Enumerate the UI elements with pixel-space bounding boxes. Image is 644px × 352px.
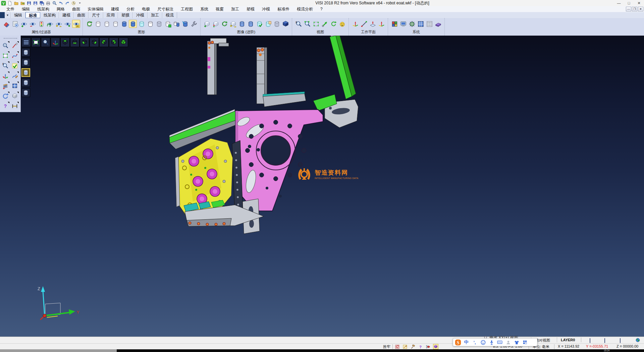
fit-view-icon[interactable] <box>1 51 10 60</box>
render-filter-icon[interactable] <box>212 20 220 28</box>
taskbar-app-button[interactable] <box>0 349 117 352</box>
menu-item-9[interactable]: 电极 <box>138 6 154 12</box>
minimize-button[interactable]: — <box>614 0 624 6</box>
refresh-render-icon[interactable] <box>220 20 228 28</box>
mesh-style-icon[interactable] <box>155 20 163 28</box>
toolbar-grip[interactable] <box>4 38 17 40</box>
system-snap-icon[interactable] <box>425 20 433 28</box>
solid-view-icon[interactable] <box>281 20 289 28</box>
shaded-style-icon[interactable] <box>120 20 128 28</box>
edit-curve-icon[interactable] <box>10 71 19 80</box>
tab-8[interactable]: 塑膜 <box>118 12 133 18</box>
zoom-in-out-icon[interactable]: ± <box>294 20 303 28</box>
build-tool-icon[interactable] <box>410 344 415 349</box>
menu-item-1[interactable]: 文件 <box>3 6 18 12</box>
display-mode-1[interactable] <box>21 48 30 57</box>
history-icon[interactable] <box>71 0 76 6</box>
system-grid-icon[interactable] <box>417 20 425 28</box>
print-icon[interactable] <box>45 0 51 6</box>
workplane-normal-icon[interactable] <box>369 20 377 28</box>
redo-icon[interactable] <box>64 0 70 6</box>
ime-person-icon[interactable] <box>505 339 512 346</box>
tab-1[interactable]: 编辑 <box>11 12 25 18</box>
menu-item-15[interactable]: 塑模 <box>243 6 258 12</box>
open-file-icon[interactable] <box>13 0 19 6</box>
copy-style-icon[interactable] <box>172 20 180 28</box>
sogou-logo-icon[interactable]: S <box>454 339 461 346</box>
quick-access-dropdown[interactable] <box>77 0 83 6</box>
zoom-window-icon[interactable] <box>303 20 311 28</box>
menu-item-6[interactable]: 实体编辑 <box>84 6 107 12</box>
ime-toolbox-icon[interactable] <box>522 339 528 346</box>
workplane-axis-icon[interactable] <box>351 20 359 28</box>
lock-label[interactable]: 拴牢 <box>383 344 390 349</box>
system-display-icon[interactable] <box>399 20 407 28</box>
validate-solid-icon[interactable] <box>255 20 263 28</box>
recycle-tool-icon[interactable] <box>394 344 400 349</box>
close-button[interactable]: ✕ <box>634 0 644 6</box>
status-field-1[interactable] <box>590 338 590 343</box>
menu-item-2[interactable]: 编辑 <box>18 6 34 12</box>
view-iso-icon[interactable] <box>119 38 128 47</box>
toggle-visibility-icon[interactable] <box>55 20 63 28</box>
wireframe-solid-icon[interactable] <box>273 20 281 28</box>
export-tool-icon[interactable] <box>425 344 431 349</box>
shaded-edges-style-icon[interactable] <box>129 20 137 28</box>
doc-restore-button[interactable]: ❐ <box>632 7 637 11</box>
attribute-report-icon[interactable] <box>11 20 19 28</box>
measure-icon[interactable] <box>10 101 19 111</box>
view-top-icon[interactable] <box>60 38 70 47</box>
menu-item-13[interactable]: 视窗 <box>212 6 227 12</box>
view-menu-icon[interactable] <box>21 38 31 47</box>
assign-color-icon[interactable] <box>164 20 172 28</box>
selection-zoom-icon[interactable] <box>1 41 10 50</box>
grid-settings-icon[interactable] <box>10 81 19 90</box>
flat-style-icon[interactable] <box>146 20 154 28</box>
dashed-style-icon[interactable] <box>111 20 119 28</box>
ime-keyboard-icon[interactable] <box>496 339 503 346</box>
menu-item-14[interactable]: 加工 <box>227 6 243 12</box>
menu-item-11[interactable]: 工程图 <box>177 6 197 12</box>
tab-10[interactable]: 加工 <box>148 12 162 18</box>
zoom-extents-icon[interactable] <box>312 20 320 28</box>
menu-item-18[interactable]: 模流分析 <box>293 6 317 12</box>
view-right-icon[interactable] <box>90 38 99 47</box>
open-project-icon[interactable] <box>20 0 25 6</box>
tab-11[interactable]: 模流 <box>162 12 177 18</box>
viewport-3d[interactable]: Z Y ±? 智造资料网 INTELLIGENT MANUFACTURING D… <box>0 36 644 337</box>
layer-manager-icon[interactable] <box>1 81 10 90</box>
view-back-icon[interactable] <box>109 38 118 47</box>
menu-item-5[interactable]: 曲面 <box>68 6 84 12</box>
print-preview-icon[interactable] <box>52 0 57 6</box>
view-left-icon[interactable] <box>80 38 89 47</box>
system-colors-icon[interactable] <box>390 20 398 28</box>
ime-emoji-icon[interactable] <box>480 339 486 346</box>
hidden-line-style-icon[interactable] <box>103 20 111 28</box>
tab-6[interactable]: 尺寸 <box>89 12 103 18</box>
annotate-solid-icon[interactable] <box>264 20 272 28</box>
toggle-render-icon[interactable] <box>229 20 237 28</box>
menu-item-7[interactable]: 建模 <box>107 6 123 12</box>
trim-element-icon[interactable] <box>10 41 19 50</box>
tab-7[interactable]: 应用 <box>103 12 118 18</box>
visi-logo[interactable]: V <box>1 0 6 6</box>
apply-style-icon[interactable] <box>181 20 189 28</box>
refresh-graphics-icon[interactable] <box>85 20 93 28</box>
tab-dropdown-button[interactable]: ▼ <box>5 12 11 18</box>
view-bottom-icon[interactable] <box>70 38 79 47</box>
ime-skin-icon[interactable] <box>513 339 520 346</box>
display-mode-2[interactable] <box>21 58 30 67</box>
section-x-icon[interactable] <box>238 20 246 28</box>
workplane-grid-icon[interactable] <box>377 20 385 28</box>
delete-attributes-icon[interactable] <box>2 20 10 28</box>
add-render-icon[interactable] <box>203 20 211 28</box>
menu-item-4[interactable]: 网格 <box>53 6 68 12</box>
view-orientation-icon[interactable] <box>338 20 346 28</box>
menu-item-8[interactable]: 分析 <box>123 6 138 12</box>
wireframe-style-icon[interactable] <box>94 20 102 28</box>
undo-icon[interactable] <box>58 0 63 6</box>
pan-view-icon[interactable] <box>321 20 329 28</box>
show-add-icon[interactable] <box>20 20 28 28</box>
menu-item-16[interactable]: 冲模 <box>258 6 274 12</box>
display-mode-5[interactable] <box>21 88 30 97</box>
